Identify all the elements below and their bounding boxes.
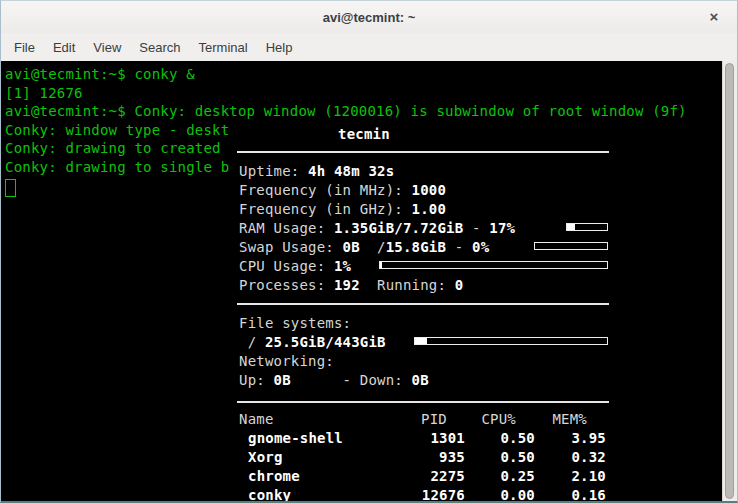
process-pid: 2275 <box>421 468 465 484</box>
process-pid: 935 <box>421 449 465 465</box>
process-name: gnome-shell <box>239 430 421 446</box>
menu-item-terminal[interactable]: Terminal <box>190 35 257 60</box>
scrollbar[interactable] <box>722 61 737 502</box>
menu-item-view[interactable]: View <box>84 35 130 60</box>
process-row: Xorg 935 0.50 0.32 <box>239 449 606 465</box>
conky-networking-label: Networking: <box>239 353 334 369</box>
process-name: Xorg <box>239 449 421 465</box>
col-header-cpu: CPU% <box>465 411 535 427</box>
col-header-pid: PID <box>421 411 465 427</box>
process-table-header: Name PID CPU% MEM% <box>239 411 606 427</box>
conky-widget: tecmin Uptime: 4h 48m 32s Frequency (in … <box>237 120 611 503</box>
process-cpu: 0.50 <box>465 430 535 446</box>
menu-item-search[interactable]: Search <box>130 35 189 60</box>
process-mem: 3.95 <box>535 430 606 446</box>
conky-divider <box>237 401 609 403</box>
swap-usage-bar <box>534 242 608 250</box>
terminal-line: avi@tecmint:~$ conky & <box>5 65 687 84</box>
process-pid: 1301 <box>421 430 465 446</box>
conky-swap-row: Swap Usage: 0B /15.8GiB - 0% <box>239 239 489 255</box>
menu-item-help[interactable]: Help <box>257 35 302 60</box>
title-bar[interactable]: avi@tecmint: ~ × <box>1 1 737 33</box>
terminal-window: avi@tecmint: ~ × File Edit View Search T… <box>0 0 738 503</box>
conky-updown-row: Up: 0B - Down: 0B <box>239 372 429 388</box>
cpu-usage-bar <box>379 261 608 269</box>
conky-processes-row: Processes: 192 Running: 0 <box>239 277 463 293</box>
terminal-cursor <box>5 179 16 197</box>
conky-uptime-row: Uptime: 4h 48m 32s <box>239 163 394 179</box>
process-row: gnome-shell 1301 0.50 3.95 <box>239 430 606 446</box>
process-row: chrome 2275 0.25 2.10 <box>239 468 606 484</box>
col-header-mem: MEM% <box>535 411 606 427</box>
scrollbar-thumb[interactable] <box>725 63 734 499</box>
process-mem: 2.10 <box>535 468 606 484</box>
window-title: avi@tecmint: ~ <box>1 10 737 25</box>
process-mem: 0.32 <box>535 449 606 465</box>
fs-usage-bar <box>414 337 608 345</box>
process-pid: 12676 <box>421 487 465 503</box>
process-mem: 0.16 <box>535 487 606 503</box>
conky-filesystems-label: File systems: <box>239 315 351 331</box>
conky-freq-ghz-row: Frequency (in GHz): 1.00 <box>239 201 446 217</box>
conky-ram-row: RAM Usage: 1.35GiB/7.72GiB - 17% <box>239 220 515 236</box>
menu-item-edit[interactable]: Edit <box>44 35 84 60</box>
process-cpu: 0.25 <box>465 468 535 484</box>
terminal-line: avi@tecmint:~$ Conky: desktop window (12… <box>5 102 687 121</box>
col-header-name: Name <box>239 411 421 427</box>
menu-bar: File Edit View Search Terminal Help <box>1 33 737 61</box>
conky-divider <box>237 303 609 305</box>
process-name: conky <box>239 487 421 503</box>
close-button[interactable]: × <box>703 6 725 28</box>
ram-usage-bar <box>566 223 608 231</box>
close-icon: × <box>710 8 719 25</box>
conky-fs-root-row: / 25.5GiB/443GiB <box>239 334 386 350</box>
menu-item-file[interactable]: File <box>5 35 44 60</box>
process-cpu: 0.50 <box>465 449 535 465</box>
process-cpu: 0.00 <box>465 487 535 503</box>
conky-cpu-row: CPU Usage: 1% <box>239 258 351 274</box>
process-row: conky 12676 0.00 0.16 <box>239 487 606 503</box>
conky-freq-mhz-row: Frequency (in MHz): 1000 <box>239 182 446 198</box>
conky-divider <box>237 151 609 153</box>
conky-hostname: tecmin <box>338 126 390 142</box>
terminal-line: [1] 12676 <box>5 84 687 103</box>
process-name: chrome <box>239 468 421 484</box>
